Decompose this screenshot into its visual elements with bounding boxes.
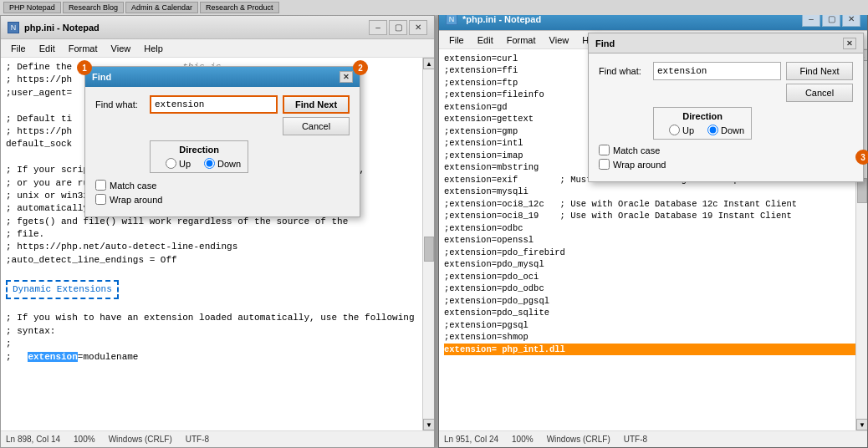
find-next-button-right[interactable]: Find Next — [786, 62, 853, 80]
scroll-up-arrow-left[interactable]: ▲ — [423, 58, 434, 69]
radio-row-right: Up Down — [669, 125, 744, 135]
right-status-zoom: 100% — [512, 435, 534, 444]
right-status-endings: Windows (CRLF) — [547, 435, 610, 444]
notepad-icon: N — [8, 22, 19, 33]
right-status-line: Ln 951, Col 24 — [444, 435, 498, 444]
find-what-label-left: Find what: — [95, 99, 150, 109]
find-row-left: Find what: Find Next 1 2 — [95, 95, 350, 114]
radio-down-right[interactable]: Down — [707, 125, 744, 135]
radio-up-left[interactable]: Up — [166, 158, 191, 169]
menu-view-right[interactable]: View — [543, 33, 576, 47]
right-notepad-window: N *php.ini - Notepad – ▢ ✕ File Edit For… — [438, 7, 868, 448]
match-case-checkbox-left[interactable] — [95, 180, 106, 191]
badge-1: 1 — [77, 60, 92, 75]
right-status-encoding: UTF-8 — [624, 435, 647, 444]
direction-group-left: Direction Up Down — [150, 140, 350, 173]
wrap-around-label-left: Wrap around — [110, 195, 162, 205]
left-status-zoom: 100% — [74, 435, 95, 444]
radio-row-left: Up Down — [166, 158, 241, 169]
menu-file-left[interactable]: File — [4, 42, 33, 55]
left-window-title: php.ini - Notepad — [24, 23, 369, 33]
menu-format-left[interactable]: Format — [62, 42, 105, 55]
browser-tab-2[interactable]: Research Blog — [63, 2, 124, 13]
find-what-label-right: Find what: — [599, 66, 653, 76]
scroll-down-arrow-right[interactable]: ▼ — [856, 419, 867, 430]
badge-2: 2 — [353, 60, 368, 75]
radio-down-input-left[interactable] — [204, 158, 215, 169]
find-dialog-right: Find ✕ Find what: Find Next Cancel Direc… — [588, 33, 864, 182]
match-case-label-left: Match case — [110, 181, 156, 191]
minimize-button-left[interactable]: – — [369, 20, 387, 35]
cancel-button-right[interactable]: Cancel — [786, 84, 853, 102]
left-scrollbar[interactable]: ▲ ▼ — [422, 58, 434, 430]
find-dialog-right-close[interactable]: ✕ — [843, 38, 856, 49]
find-dialog-left-close[interactable]: ✕ — [340, 71, 353, 83]
radio-up-input-left[interactable] — [166, 158, 176, 169]
radio-down-left[interactable]: Down — [204, 158, 241, 169]
left-status-encoding: UTF-8 — [186, 435, 209, 444]
menu-format-right[interactable]: Format — [500, 33, 543, 47]
right-status-bar: Ln 951, Col 24 100% Windows (CRLF) UTF-8 — [439, 430, 867, 447]
find-dialog-left-title: Find ✕ — [85, 67, 360, 87]
find-input-right[interactable] — [653, 62, 781, 80]
browser-tab-3[interactable]: Admin & Calendar — [125, 2, 198, 13]
left-status-bar: Ln 898, Col 14 100% Windows (CRLF) UTF-8 — [1, 430, 434, 447]
radio-up-input-right[interactable] — [669, 125, 680, 135]
find-dialog-right-body: Find what: Find Next Cancel Direction Up — [589, 53, 863, 181]
wrap-around-checkbox-right[interactable] — [599, 159, 610, 170]
wrap-around-label-right: Wrap around — [613, 160, 666, 170]
left-status-endings: Windows (CRLF) — [109, 435, 172, 444]
radio-up-right[interactable]: Up — [669, 125, 694, 135]
match-case-row-right: Match case — [599, 145, 853, 155]
find-input-left[interactable] — [150, 95, 278, 114]
left-status-line: Ln 898, Col 14 — [6, 435, 60, 444]
match-case-label-right: Match case — [613, 145, 660, 155]
cancel-button-left[interactable]: Cancel — [283, 117, 350, 135]
find-dialog-left-body: Find what: Find Next 1 2 Cancel Directio… — [85, 87, 360, 216]
wrap-around-row-right: Wrap around — [599, 159, 853, 170]
scroll-thumb-left[interactable] — [424, 237, 434, 262]
radio-down-input-right[interactable] — [707, 125, 718, 135]
right-window-title: *php.ini - Notepad — [462, 14, 802, 24]
direction-label-left: Direction — [157, 145, 241, 155]
match-case-row-left: Match case — [95, 180, 350, 191]
match-case-checkbox-right[interactable] — [599, 145, 610, 155]
left-notepad-window: N php.ini - Notepad – ▢ ✕ File Edit Form… — [0, 15, 435, 448]
badge-3: 3 — [855, 150, 868, 165]
find-dialog-right-title: Find ✕ — [589, 33, 863, 53]
find-dialog-left: Find ✕ Find what: Find Next 1 2 Cancel D… — [84, 66, 360, 217]
left-title-bar: N php.ini - Notepad – ▢ ✕ — [1, 16, 434, 39]
dynamic-extensions-box: Dynamic Extensions — [6, 280, 119, 299]
maximize-button-left[interactable]: ▢ — [389, 20, 407, 35]
menu-edit-right[interactable]: Edit — [471, 33, 500, 47]
menu-view-left[interactable]: View — [105, 42, 138, 55]
left-menu-bar: File Edit Format View Help — [1, 39, 434, 58]
menu-file-right[interactable]: File — [442, 33, 471, 47]
browser-tab-4[interactable]: Research & Product — [200, 2, 279, 13]
find-row-right: Find what: Find Next — [599, 62, 853, 80]
browser-tab-bar: PHP Notepad Research Blog Admin & Calend… — [0, 0, 868, 15]
close-button-left[interactable]: ✕ — [409, 20, 427, 35]
menu-edit-left[interactable]: Edit — [33, 42, 62, 55]
scroll-down-arrow-left[interactable]: ▼ — [423, 419, 434, 430]
wrap-around-row-left: Wrap around — [95, 194, 350, 205]
browser-tab-1[interactable]: PHP Notepad — [3, 2, 61, 13]
left-window-controls: – ▢ ✕ — [369, 20, 427, 35]
wrap-around-checkbox-left[interactable] — [95, 194, 106, 205]
find-next-button-left[interactable]: Find Next — [283, 95, 350, 114]
menu-help-left[interactable]: Help — [137, 42, 170, 55]
direction-label-right: Direction — [661, 111, 744, 121]
